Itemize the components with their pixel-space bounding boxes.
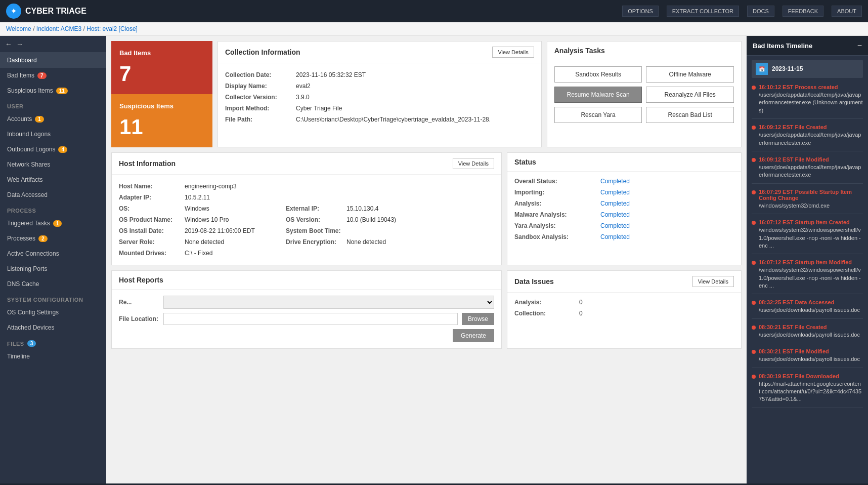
sidebar-item-dashboard[interactable]: Dashboard xyxy=(0,53,106,68)
sandbox-analysis-value[interactable]: Completed xyxy=(600,233,734,240)
task-buttons: Sandbox Results Offline Malware Resume M… xyxy=(547,60,741,129)
timeline-event-6: 08:32:25 EST Data Accessed /users/jdoe/d… xyxy=(752,297,863,318)
collector-version-value: 3.9.0 xyxy=(296,92,534,103)
suspicious-items-card[interactable]: Suspicious Items 11 xyxy=(111,94,212,147)
analysis-tasks-panel: Analysis Tasks Sandbox Results Offline M… xyxy=(547,41,742,147)
app-title: CYBER TRIAGE xyxy=(25,7,86,16)
status-panel: Status Overall Status: Completed Importi… xyxy=(507,152,742,265)
timeline-event-8: 08:30:21 EST File Modified /users/jdoe/d… xyxy=(752,346,863,368)
collection-date-label: Collection Date: xyxy=(225,69,296,80)
sidebar-item-accounts[interactable]: Accounts 1 xyxy=(0,111,106,127)
timeline-event-8-desc: /users/jdoe/downloads/payroll issues.doc xyxy=(759,355,863,363)
sidebar: ← → Dashboard Bad Items 7 Suspicious Ite… xyxy=(0,36,106,483)
sidebar-item-bad-items[interactable]: Bad Items 7 xyxy=(0,68,106,83)
sidebar-item-triggered-tasks[interactable]: Triggered Tasks 1 xyxy=(0,216,106,231)
timeline-event-8-time: 08:30:21 EST File Modified xyxy=(759,348,863,354)
os-value: Windows xyxy=(185,203,286,214)
sidebar-item-outbound-logons[interactable]: Outbound Logons 4 xyxy=(0,142,106,157)
data-issues-view-details[interactable]: View Details xyxy=(692,276,734,287)
accounts-label: Accounts xyxy=(7,115,32,123)
back-button[interactable]: ← xyxy=(5,40,12,48)
options-button[interactable]: OPTIONS xyxy=(622,6,659,17)
overall-status-value[interactable]: Completed xyxy=(600,178,734,185)
sidebar-item-timeline[interactable]: Timeline xyxy=(0,349,106,364)
timeline-event-1-time: 16:09:12 EST File Created xyxy=(759,124,863,130)
sidebar-item-attached-devices[interactable]: Attached Devices xyxy=(0,320,106,335)
analysis-tasks-header: Analysis Tasks xyxy=(547,42,741,60)
sidebar-item-suspicious-items[interactable]: Suspicious Items 11 xyxy=(0,83,106,98)
sidebar-item-dns-cache[interactable]: DNS Cache xyxy=(0,276,106,292)
bad-items-card[interactable]: Bad Items 7 xyxy=(111,41,212,94)
sidebar-item-listening-ports[interactable]: Listening Ports xyxy=(0,261,106,276)
timeline-event-9-time: 08:30:19 EST File Downloaded xyxy=(759,373,863,379)
analysis-value[interactable]: Completed xyxy=(600,200,734,207)
about-button[interactable]: ABOUT xyxy=(832,6,862,17)
outbound-logons-badge: 4 xyxy=(58,146,67,153)
host-info-title: Host Information xyxy=(119,159,176,168)
host-info-body: Host Name: engineering-comp3 Adapter IP:… xyxy=(112,175,501,265)
dns-cache-label: DNS Cache xyxy=(7,280,39,288)
malware-analysis-value[interactable]: Completed xyxy=(600,211,734,218)
import-method-value: Cyber Triage File xyxy=(296,103,534,114)
sidebar-item-network-shares[interactable]: Network Shares xyxy=(0,157,106,172)
rescan-bad-list-button[interactable]: Rescan Bad List xyxy=(646,107,734,123)
timeline-date: 2023-11-15 xyxy=(772,65,803,72)
sidebar-item-web-artifacts[interactable]: Web Artifacts xyxy=(0,172,106,187)
offline-malware-button[interactable]: Offline Malware xyxy=(646,66,734,83)
analysis-tasks-title: Analysis Tasks xyxy=(554,47,605,55)
timeline-event-1: 16:09:12 EST File Created /users/jdoe/ap… xyxy=(752,122,863,151)
timeline-close-button[interactable]: − xyxy=(857,41,862,50)
sidebar-item-processes[interactable]: Processes 2 xyxy=(0,231,106,246)
os-install-date-value: 2019-08-22 11:06:00 EDT xyxy=(185,225,286,236)
analysis-label: Analysis: xyxy=(514,200,595,207)
timeline-event-3: 16:07:29 EST Possible Startup Item Confi… xyxy=(752,187,863,214)
row-1: Bad Items 7 Suspicious Items 11 Collecti… xyxy=(111,41,742,147)
file-path-label: File Path: xyxy=(225,114,296,125)
forward-button[interactable]: → xyxy=(16,40,23,48)
host-reports-body: Re... File Location: Browse Generate xyxy=(112,290,501,348)
timeline-event-9: 08:30:19 EST File Downloaded https://mai… xyxy=(752,371,863,408)
collection-info-view-details[interactable]: View Details xyxy=(492,47,534,58)
reanalyze-all-files-button[interactable]: Reanalyze All Files xyxy=(646,87,734,103)
sidebar-item-active-connections[interactable]: Active Connections xyxy=(0,246,106,261)
sidebar-item-os-config[interactable]: OS Config Settings xyxy=(0,305,106,320)
collection-info-title: Collection Information xyxy=(225,48,300,56)
timeline-label: Timeline xyxy=(7,353,30,360)
browse-button[interactable]: Browse xyxy=(462,313,494,325)
reports-type-select[interactable] xyxy=(163,296,494,309)
timeline-event-9-desc: https://mail-attachment.googleuserconten… xyxy=(759,380,863,403)
extract-collector-button[interactable]: EXTRACT COLLECTOR xyxy=(667,6,739,17)
sandbox-results-button[interactable]: Sandbox Results xyxy=(554,66,642,83)
host-info-view-details[interactable]: View Details xyxy=(453,158,494,169)
rescan-yara-button[interactable]: Rescan Yara xyxy=(554,107,642,123)
status-title: Status xyxy=(514,158,536,166)
timeline-event-7-desc: /users/jdoe/downloads/payroll issues.doc xyxy=(759,331,863,339)
timeline-event-2-desc: /users/jdoe/appdata/local/temp/java/java… xyxy=(759,164,863,179)
docs-button[interactable]: DOCS xyxy=(747,6,774,17)
breadcrumb-host[interactable]: Host: eval2 xyxy=(86,25,117,32)
generate-button[interactable]: Generate xyxy=(453,329,494,342)
reports-type-label: Re... xyxy=(119,299,159,306)
breadcrumb-close[interactable]: [Close] xyxy=(119,25,138,32)
bad-items-card-label: Bad Items xyxy=(119,49,204,57)
files-section-label: Files xyxy=(7,341,24,347)
breadcrumb-incident[interactable]: Incident: ACME3 xyxy=(36,25,81,32)
data-issues-header: Data Issues View Details xyxy=(507,271,741,293)
data-accessed-label: Data Accessed xyxy=(7,191,48,198)
yara-analysis-value[interactable]: Completed xyxy=(600,222,734,229)
resume-malware-scan-button[interactable]: Resume Malware Scan xyxy=(554,87,642,103)
processes-badge: 2 xyxy=(38,235,48,242)
file-location-input[interactable] xyxy=(163,313,458,325)
feedback-button[interactable]: FEEDBACK xyxy=(783,6,823,17)
importing-value[interactable]: Completed xyxy=(600,189,734,196)
di-collection-value: 0 xyxy=(579,310,734,317)
breadcrumb-welcome[interactable]: Welcome xyxy=(6,25,31,32)
app-logo: ✦ CYBER TRIAGE xyxy=(6,4,86,19)
sidebar-item-inbound-logons[interactable]: Inbound Logons xyxy=(0,127,106,142)
mounted-drives-value: C:\ - Fixed xyxy=(185,248,286,259)
drive-encryption-value: None detected xyxy=(346,236,494,248)
os-config-label: OS Config Settings xyxy=(7,309,59,316)
yara-analysis-label: Yara Analysis: xyxy=(514,222,595,229)
breadcrumb: Welcome / Incident: ACME3 / Host: eval2 … xyxy=(0,22,868,36)
sidebar-item-data-accessed[interactable]: Data Accessed xyxy=(0,187,106,203)
